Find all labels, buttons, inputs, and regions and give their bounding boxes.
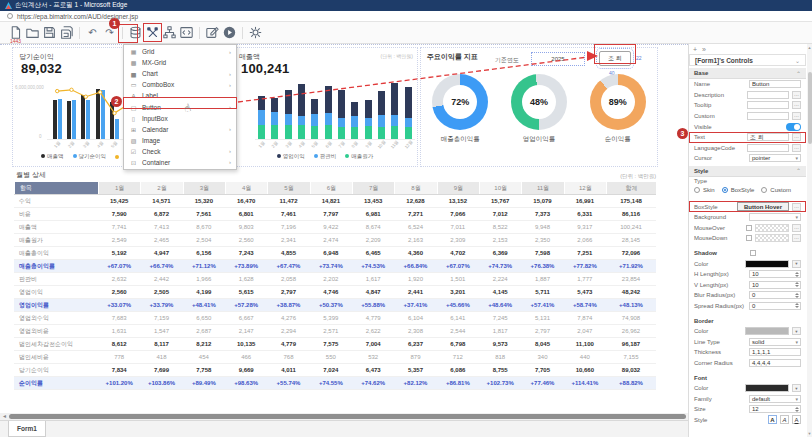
text-more-button[interactable]: ··· xyxy=(792,133,801,141)
spread-radius-stepper[interactable]: 0 xyxy=(749,302,801,310)
table-cell: +58.74% xyxy=(564,302,606,308)
component-tools-icon[interactable] xyxy=(144,24,161,41)
h-length-stepper[interactable]: 10 xyxy=(749,270,801,278)
revenue-chart-panel[interactable]: 매출액 (단위 : 백만원) 100,241 1월2월3월4월5월6월7월8월9… xyxy=(232,47,418,167)
custom-input[interactable] xyxy=(747,112,789,120)
boxstyle-more-button[interactable]: ··· xyxy=(792,203,801,211)
scroll-down-icon[interactable]: ▼ xyxy=(807,431,812,436)
controls-header[interactable]: [Form1]'s Controls⌄ xyxy=(689,54,806,66)
search-button[interactable]: 조 회 xyxy=(599,51,631,66)
hscrollbar-thumb[interactable] xyxy=(9,414,686,419)
font-size-stepper[interactable]: 12 xyxy=(749,405,801,413)
scroll-left-icon[interactable]: ◄ xyxy=(2,414,7,419)
menu-item-button[interactable]: ▢Button› xyxy=(124,101,236,112)
radio-skin[interactable]: Skin xyxy=(694,187,715,193)
languagecode-input[interactable] xyxy=(747,144,789,152)
mousedown-more-button[interactable]: ··· xyxy=(792,234,801,242)
section-base[interactable]: Base⌃ xyxy=(689,68,806,79)
radio-custom[interactable]: Custom xyxy=(761,187,791,193)
shadow-color-caret[interactable]: ▾ xyxy=(792,260,801,268)
panel-scrollbar[interactable]: ▲ ▼ xyxy=(807,44,812,437)
scroll-up-icon[interactable]: ▲ xyxy=(807,45,812,50)
spread-radius-label: Spread Radius(px) xyxy=(694,303,746,309)
menu-item-combobox[interactable]: ▭ComboBox› xyxy=(124,79,236,90)
font-color-caret[interactable]: ▾ xyxy=(792,384,801,392)
settings-icon[interactable] xyxy=(247,24,264,41)
address-bar[interactable]: https://epa.bimatrix.com/AUD/designer.js… xyxy=(0,11,812,22)
font-family-select[interactable]: default▾ xyxy=(749,395,801,403)
font-color-swatch[interactable] xyxy=(745,384,789,392)
profit-ratio-panel[interactable]: 주요이익률 지표 기준연도 2025 조 회 40 22 72% 매출총이익률 … xyxy=(420,47,658,167)
languagecode-more-button[interactable]: ··· xyxy=(792,144,801,152)
mousedown-color[interactable] xyxy=(755,234,789,242)
menu-item-container[interactable]: ⊡Container› xyxy=(124,157,236,168)
shadow-color-swatch[interactable] xyxy=(745,260,789,268)
hierarchy-icon[interactable] xyxy=(161,24,178,41)
menu-item-grid[interactable]: ▦Grid› xyxy=(124,46,236,57)
background-select[interactable]: ▾ xyxy=(749,213,801,221)
data-source-icon[interactable] xyxy=(127,24,144,41)
design-canvas[interactable]: 당기순이익 89,032 6,000,000,000 0 1월2월3월4월5월6… xyxy=(0,44,688,413)
save-icon[interactable] xyxy=(41,24,58,41)
menu-item-calendar[interactable]: ⊞Calendar› xyxy=(124,124,236,135)
mouseover-checkbox[interactable] xyxy=(746,225,752,231)
menu-item-image[interactable]: ▨Image xyxy=(124,135,236,146)
horizontal-scrollbar[interactable]: ◄ xyxy=(0,413,688,420)
scrollbar-thumb[interactable] xyxy=(808,72,812,144)
shadow-checkbox[interactable] xyxy=(750,250,756,256)
table-cell: 48,242 xyxy=(606,289,656,295)
table-cell: 6,801 xyxy=(225,211,267,217)
cursor-select[interactable]: pointer▾ xyxy=(749,154,801,162)
italic-button[interactable]: A xyxy=(780,415,789,424)
bold-button[interactable]: A xyxy=(768,415,777,424)
blur-radius-stepper[interactable]: 0 xyxy=(749,291,801,299)
undo-icon[interactable]: ↶ xyxy=(84,24,101,41)
pin-icon[interactable]: + xyxy=(693,46,697,53)
name-input[interactable]: Button xyxy=(749,80,801,88)
collapse-icon[interactable]: » xyxy=(702,46,706,53)
radio-boxstyle[interactable]: BoxStyle xyxy=(722,187,755,193)
description-more-button[interactable]: ··· xyxy=(792,91,801,99)
custom-more-button[interactable]: ··· xyxy=(792,112,801,120)
line-type-select[interactable]: solid▾ xyxy=(749,338,801,346)
menu-item-chart[interactable]: ▅Chart› xyxy=(124,68,236,79)
save-all-icon[interactable] xyxy=(58,24,75,41)
section-style[interactable]: Style⌃ xyxy=(689,166,806,177)
table-cell: 6,465 xyxy=(352,250,394,256)
visible-toggle[interactable] xyxy=(786,123,801,131)
mousedown-checkbox[interactable] xyxy=(746,235,752,241)
border-color-caret[interactable]: ▾ xyxy=(792,327,801,335)
script-editor-icon[interactable] xyxy=(178,24,195,41)
boxstyle-button[interactable]: Button Hover xyxy=(737,202,789,211)
menu-item-inputbox[interactable]: ▯InputBox xyxy=(124,113,236,124)
text-input[interactable]: 조 회 xyxy=(747,133,789,141)
column-header: 7월 xyxy=(352,182,394,194)
tooltip-more-button[interactable]: ··· xyxy=(792,101,801,109)
table-row: 영업외수익7,6837,1596,6506,6674,2765,3994,779… xyxy=(14,312,656,325)
url-text[interactable]: https://epa.bimatrix.com/AUD/designer.js… xyxy=(17,13,138,20)
menu-item-mx-grid[interactable]: ▩MX-Grid xyxy=(124,57,236,68)
menu-item-check[interactable]: ☑Check› xyxy=(124,146,236,157)
border-section-label: Border xyxy=(694,318,801,324)
monthly-detail-grid[interactable]: 항목1월2월3월4월5월6월7월8월9월10월11월12월합계수익15,4251… xyxy=(14,182,656,390)
table-cell: 8,045 xyxy=(521,341,563,347)
run-icon[interactable] xyxy=(221,24,238,41)
tooltip-input[interactable] xyxy=(747,101,789,109)
base-year-combobox[interactable]: 2025 xyxy=(531,52,585,66)
table-cell: 454 xyxy=(183,354,225,360)
border-color-swatch[interactable] xyxy=(745,327,789,335)
menu-item-label[interactable]: ALabel xyxy=(124,90,236,101)
table-cell: 7,598 xyxy=(521,250,563,256)
corner-radius-input[interactable]: 4,4,4,4 xyxy=(749,359,801,367)
underline-button[interactable]: A xyxy=(792,415,801,424)
mouseover-more-button[interactable]: ··· xyxy=(792,224,801,232)
thickness-input[interactable]: 1,1,1,1 xyxy=(749,348,801,356)
table-cell: +77.82% xyxy=(564,263,606,269)
v-length-stepper[interactable]: 10 xyxy=(749,281,801,289)
description-input[interactable] xyxy=(747,91,789,99)
edit-icon[interactable] xyxy=(204,24,221,41)
mouseover-color[interactable] xyxy=(755,224,789,232)
tab-form1[interactable]: Form1 xyxy=(8,421,46,437)
open-folder-icon[interactable] xyxy=(24,24,41,41)
tooltip-label: Tooltip xyxy=(694,102,744,108)
